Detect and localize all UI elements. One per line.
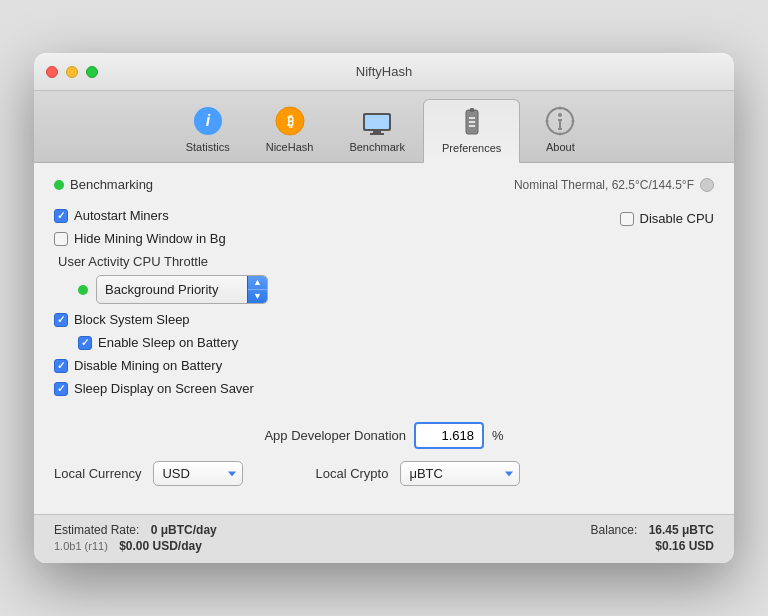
prefs-icon xyxy=(456,106,488,138)
estimated-label: Estimated Rate: xyxy=(54,523,139,537)
svg-text:i: i xyxy=(205,112,210,129)
svg-point-18 xyxy=(559,107,562,110)
tab-about[interactable]: About xyxy=(520,99,600,162)
col-right: Disable CPU xyxy=(620,208,714,226)
disable-mining-row: Disable Mining on Battery xyxy=(54,358,620,373)
throttle-select[interactable]: Background Priority Normal Priority Low … xyxy=(97,278,247,301)
enable-sleep-checkbox[interactable] xyxy=(78,336,92,350)
donation-label: App Developer Donation xyxy=(264,428,406,443)
nicehash-icon: ₿ xyxy=(274,105,306,137)
disable-mining-checkbox[interactable] xyxy=(54,359,68,373)
footer-left: Estimated Rate: 0 μBTC/day 1.0b1 (r11) $… xyxy=(54,523,217,555)
traffic-lights xyxy=(46,66,98,78)
tab-nicehash-label: NiceHash xyxy=(266,141,314,153)
tab-benchmark-label: Benchmark xyxy=(349,141,405,153)
autostart-checkbox[interactable] xyxy=(54,209,68,223)
disable-mining-label: Disable Mining on Battery xyxy=(74,358,222,373)
block-sleep-row: Block System Sleep xyxy=(54,312,620,327)
status-label: Benchmarking xyxy=(70,177,153,192)
maximize-button[interactable] xyxy=(86,66,98,78)
local-crypto-select[interactable]: μBTC BTC ETH xyxy=(400,461,520,486)
local-currency-wrapper: USD EUR GBP xyxy=(153,461,243,486)
thermal-label: Nominal Thermal, 62.5°C/144.5°F xyxy=(514,178,694,192)
svg-rect-7 xyxy=(370,133,384,135)
hide-mining-row: Hide Mining Window in Bg xyxy=(54,231,620,246)
svg-rect-5 xyxy=(365,115,389,129)
throttle-select-wrapper: Background Priority Normal Priority Low … xyxy=(96,275,268,304)
autostart-label: Autostart Miners xyxy=(74,208,169,223)
minimize-button[interactable] xyxy=(66,66,78,78)
disable-cpu-checkbox[interactable] xyxy=(620,212,634,226)
block-sleep-checkbox[interactable] xyxy=(54,313,68,327)
local-crypto-label: Local Crypto xyxy=(315,466,388,481)
svg-rect-6 xyxy=(373,131,381,133)
hide-mining-checkbox[interactable] xyxy=(54,232,68,246)
tab-benchmark[interactable]: Benchmark xyxy=(331,99,423,162)
svg-text:₿: ₿ xyxy=(286,113,293,129)
svg-rect-9 xyxy=(470,108,474,112)
hide-mining-label: Hide Mining Window in Bg xyxy=(74,231,226,246)
svg-point-14 xyxy=(558,113,562,117)
balance-label: Balance: xyxy=(591,523,638,537)
sleep-display-row: Sleep Display on Screen Saver xyxy=(54,381,620,396)
throttle-select-row: Background Priority Normal Priority Low … xyxy=(78,275,620,304)
close-button[interactable] xyxy=(46,66,58,78)
status-bar: Benchmarking Nominal Thermal, 62.5°C/144… xyxy=(54,177,714,192)
priority-dot xyxy=(78,285,88,295)
balance-btc: 16.45 μBTC xyxy=(649,523,714,537)
throttle-label: User Activity CPU Throttle xyxy=(58,254,620,269)
svg-point-21 xyxy=(572,120,575,123)
rate-btc: 0 μBTC/day xyxy=(151,523,217,537)
sleep-display-label: Sleep Display on Screen Saver xyxy=(74,381,254,396)
benchmark-icon xyxy=(361,105,393,137)
autostart-row: Autostart Miners xyxy=(54,208,620,223)
sleep-display-checkbox[interactable] xyxy=(54,382,68,396)
footer: Estimated Rate: 0 μBTC/day 1.0b1 (r11) $… xyxy=(34,514,734,563)
svg-point-20 xyxy=(546,120,549,123)
throttle-stepper[interactable]: ▲ ▼ xyxy=(247,276,267,303)
local-currency-select[interactable]: USD EUR GBP xyxy=(153,461,243,486)
preferences-content: Benchmarking Nominal Thermal, 62.5°C/144… xyxy=(34,163,734,514)
enable-sleep-row: Enable Sleep on Battery xyxy=(78,335,620,350)
footer-balance-usd-row: $0.16 USD xyxy=(591,539,714,553)
throttle-section: User Activity CPU Throttle Background Pr… xyxy=(58,254,620,304)
footer-estimated-row: Estimated Rate: 0 μBTC/day xyxy=(54,523,217,537)
balance-usd: $0.16 USD xyxy=(655,539,714,553)
rate-usd: $0.00 USD/day xyxy=(119,539,202,553)
prefs-main: Autostart Miners Hide Mining Window in B… xyxy=(54,208,714,404)
status-dot xyxy=(54,180,64,190)
tab-statistics[interactable]: i Statistics xyxy=(168,99,248,162)
col-left: Autostart Miners Hide Mining Window in B… xyxy=(54,208,620,404)
local-crypto-wrapper: μBTC BTC ETH xyxy=(400,461,520,486)
tab-nicehash[interactable]: ₿ NiceHash xyxy=(248,99,332,162)
currency-row: Local Currency USD EUR GBP Local Crypto … xyxy=(54,461,714,486)
footer-right: Balance: 16.45 μBTC $0.16 USD xyxy=(591,523,714,555)
app-window: NiftyHash i Statistics ₿ NiceHash xyxy=(34,53,734,563)
enable-sleep-label: Enable Sleep on Battery xyxy=(98,335,238,350)
about-icon xyxy=(544,105,576,137)
donation-suffix: % xyxy=(492,428,504,443)
footer-version-row: 1.0b1 (r11) $0.00 USD/day xyxy=(54,539,217,553)
version-label: 1.0b1 (r11) xyxy=(54,540,108,552)
window-title: NiftyHash xyxy=(356,64,412,79)
tab-preferences[interactable]: Preferences xyxy=(423,99,520,163)
svg-point-19 xyxy=(559,133,562,136)
tab-statistics-label: Statistics xyxy=(186,141,230,153)
donation-input[interactable] xyxy=(414,422,484,449)
disable-cpu-label: Disable CPU xyxy=(640,211,714,226)
footer-balance-row: Balance: 16.45 μBTC xyxy=(591,523,714,537)
statistics-icon: i xyxy=(192,105,224,137)
tab-preferences-label: Preferences xyxy=(442,142,501,154)
status-right: Nominal Thermal, 62.5°C/144.5°F xyxy=(514,178,714,192)
titlebar: NiftyHash xyxy=(34,53,734,91)
toolbar: i Statistics ₿ NiceHash xyxy=(34,91,734,163)
local-currency-label: Local Currency xyxy=(54,466,141,481)
tab-about-label: About xyxy=(546,141,575,153)
donation-row: App Developer Donation % xyxy=(54,422,714,449)
status-left: Benchmarking xyxy=(54,177,153,192)
block-sleep-label: Block System Sleep xyxy=(74,312,190,327)
thermal-led xyxy=(700,178,714,192)
